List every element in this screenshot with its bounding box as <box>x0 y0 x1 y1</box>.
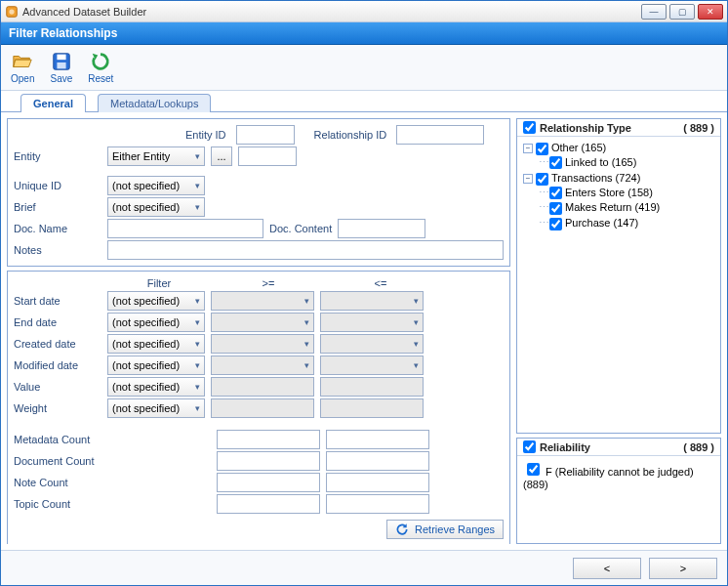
reset-button[interactable]: Reset <box>86 49 115 86</box>
created-date-gte[interactable]: ▾ <box>211 334 314 354</box>
unique-id-select[interactable]: (not specified)▾ <box>107 176 205 195</box>
reliability-header: Reliability <box>540 441 590 453</box>
end-date-gte[interactable]: ▾ <box>211 313 314 332</box>
tree-node-makes-return[interactable]: ⋯Makes Return (419) <box>539 200 714 216</box>
brief-select[interactable]: (not specified)▾ <box>107 197 205 217</box>
svg-rect-4 <box>57 63 65 68</box>
notes-label: Notes <box>14 244 101 256</box>
end-date-lte[interactable]: ▾ <box>320 313 424 332</box>
note-count-gte[interactable] <box>217 473 320 492</box>
tree-check-enters-store[interactable] <box>549 187 562 199</box>
relationship-type-checkbox[interactable] <box>523 121 536 134</box>
tree-node-other[interactable]: −Other (165) ⋯Linked to (165) <box>523 141 714 171</box>
end-date-label: End date <box>14 316 101 328</box>
tree-check-transactions[interactable] <box>536 173 548 186</box>
page-subheader: Filter Relationships <box>1 22 727 45</box>
note-count-label: Note Count <box>14 477 107 488</box>
tree-check-makes-return[interactable] <box>549 202 562 215</box>
tree-check-linked-to[interactable] <box>549 156 562 169</box>
brief-label: Brief <box>14 201 101 213</box>
reset-icon <box>90 51 111 72</box>
start-date-lte[interactable]: ▾ <box>320 291 424 311</box>
value-label: Value <box>14 381 101 393</box>
created-date-filter-select[interactable]: (not specified)▾ <box>107 334 205 354</box>
document-count-gte[interactable] <box>217 451 320 471</box>
tree-node-linked-to[interactable]: ⋯Linked to (165) <box>539 155 714 171</box>
value-gte[interactable] <box>211 377 314 397</box>
save-icon <box>51 51 72 72</box>
right-column: Relationship Type ( 889 ) −Other (165) ⋯… <box>516 118 721 544</box>
titlebar: Advanced Dataset Builder — ▢ ✕ <box>1 1 727 22</box>
modified-date-gte[interactable]: ▾ <box>211 356 314 375</box>
relationship-id-input[interactable] <box>396 125 484 145</box>
entity-panel: Entity ID Relationship ID Entity Either … <box>7 118 510 267</box>
note-count-lte[interactable] <box>326 473 429 492</box>
svg-rect-3 <box>57 55 65 61</box>
tab-general[interactable]: General <box>20 94 86 112</box>
reliability-panel: Reliability ( 889 ) F (Reliability canno… <box>516 438 721 544</box>
modified-date-lte[interactable]: ▾ <box>320 356 424 375</box>
weight-lte[interactable] <box>320 398 424 418</box>
start-date-gte[interactable]: ▾ <box>211 291 314 311</box>
topic-count-gte[interactable] <box>217 494 320 514</box>
refresh-icon <box>395 523 409 536</box>
notes-input[interactable] <box>107 240 504 260</box>
filter-panel: Filter >= <= Start date (not specified)▾… <box>7 271 510 544</box>
chevron-down-icon: ▾ <box>195 151 200 161</box>
reliability-count: ( 889 ) <box>683 441 714 453</box>
tree-check-other[interactable] <box>536 143 548 155</box>
tree-node-transactions[interactable]: −Transactions (724) ⋯Enters Store (158) … <box>523 171 714 231</box>
tree-check-purchase[interactable] <box>549 218 562 230</box>
reliability-item-checkbox[interactable] <box>527 463 540 476</box>
reliability-checkbox[interactable] <box>523 440 536 453</box>
metadata-count-lte[interactable] <box>326 430 429 449</box>
doc-name-input[interactable] <box>107 219 263 238</box>
svg-point-1 <box>9 9 14 14</box>
start-date-filter-select[interactable]: (not specified)▾ <box>107 291 205 311</box>
save-button[interactable]: Save <box>48 49 74 86</box>
collapse-icon[interactable]: − <box>523 144 533 153</box>
relationship-type-panel: Relationship Type ( 889 ) −Other (165) ⋯… <box>516 118 721 434</box>
tree-node-purchase[interactable]: ⋯Purchase (147) <box>539 216 714 231</box>
start-date-label: Start date <box>14 295 101 307</box>
entity-label: Entity <box>14 150 101 162</box>
window-title: Advanced Dataset Builder <box>22 6 641 18</box>
value-filter-select[interactable]: (not specified)▾ <box>107 377 205 397</box>
modified-date-filter-select[interactable]: (not specified)▾ <box>107 356 205 375</box>
entity-id-input[interactable] <box>236 125 295 145</box>
weight-label: Weight <box>14 402 101 414</box>
document-count-label: Document Count <box>14 455 107 467</box>
entity-browse-button[interactable]: ... <box>211 146 232 166</box>
tab-strip: General Metadata/Lookups <box>1 93 727 112</box>
doc-content-input[interactable] <box>338 219 425 238</box>
tree-node-enters-store[interactable]: ⋯Enters Store (158) <box>539 186 714 201</box>
app-window: { "window": { "title": "Advanced Dataset… <box>0 0 728 586</box>
collapse-icon[interactable]: − <box>523 174 533 184</box>
next-button[interactable]: > <box>649 558 717 579</box>
close-button[interactable]: ✕ <box>698 4 723 20</box>
relationship-type-tree: −Other (165) ⋯Linked to (165) −Transacti… <box>523 141 714 232</box>
reliability-item[interactable]: F (Reliability cannot be judged) (889) <box>523 460 714 490</box>
entity-value-input[interactable] <box>238 146 297 166</box>
tab-metadata-lookups[interactable]: Metadata/Lookups <box>98 94 212 112</box>
folder-open-icon <box>12 51 33 72</box>
topic-count-label: Topic Count <box>14 498 107 510</box>
created-date-label: Created date <box>14 338 101 350</box>
end-date-filter-select[interactable]: (not specified)▾ <box>107 313 205 332</box>
topic-count-lte[interactable] <box>326 494 429 514</box>
minimize-button[interactable]: — <box>641 4 667 20</box>
value-lte[interactable] <box>320 377 424 397</box>
weight-gte[interactable] <box>211 398 314 418</box>
document-count-lte[interactable] <box>326 451 429 471</box>
filter-col-header: Filter <box>107 277 211 289</box>
gte-col-header: >= <box>211 277 326 289</box>
maximize-button[interactable]: ▢ <box>669 4 695 20</box>
relationship-id-label: Relationship ID <box>314 129 387 141</box>
metadata-count-gte[interactable] <box>217 430 320 449</box>
prev-button[interactable]: < <box>573 558 641 579</box>
entity-select[interactable]: Either Entity▾ <box>107 146 205 166</box>
weight-filter-select[interactable]: (not specified)▾ <box>107 398 205 418</box>
created-date-lte[interactable]: ▾ <box>320 334 424 354</box>
open-button[interactable]: Open <box>9 49 36 86</box>
retrieve-ranges-button[interactable]: Retrieve Ranges <box>386 520 504 539</box>
